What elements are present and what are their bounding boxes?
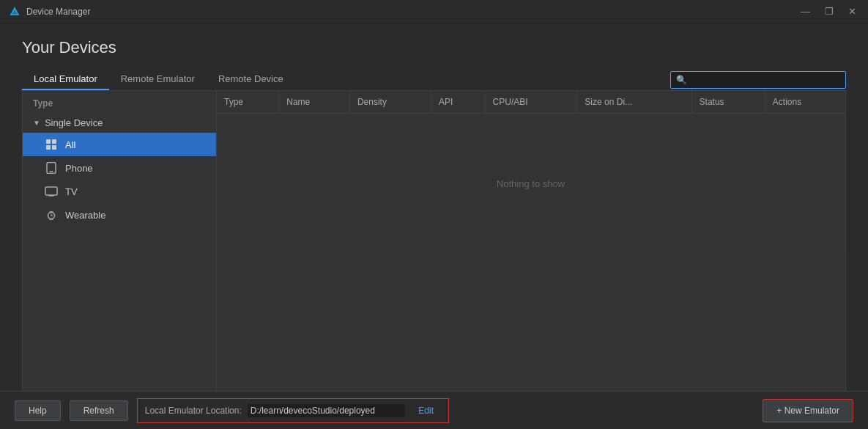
table-header-row: Type Name Density API CPU/ABI Size on Di… [217, 91, 845, 114]
title-bar-left: Device Manager [9, 6, 90, 18]
sidebar-type-header: Type [23, 91, 216, 113]
svg-rect-5 [52, 145, 56, 150]
svg-rect-2 [46, 139, 51, 144]
col-status: Status [691, 91, 765, 114]
watch-icon [45, 208, 58, 221]
svg-rect-4 [46, 145, 51, 150]
close-button[interactable]: ✕ [845, 4, 859, 18]
main-panel: Type Name Density API CPU/ABI Size on Di… [217, 91, 845, 397]
tab-bar: Local Emulator Remote Emulator Remote De… [22, 69, 295, 90]
title-bar-controls: — ❐ ✕ [798, 4, 859, 18]
help-button[interactable]: Help [15, 400, 61, 421]
svg-rect-8 [45, 187, 57, 195]
emulator-location-section: Local Emulator Location: Edit [137, 398, 449, 423]
sidebar-group-label-text: Single Device [45, 117, 103, 128]
phone-icon [45, 161, 58, 175]
sidebar-group-single-device[interactable]: ▼ Single Device [23, 113, 216, 133]
tab-remote-device[interactable]: Remote Device [207, 69, 295, 90]
main-content: Your Devices Local Emulator Remote Emula… [0, 23, 868, 398]
empty-message: Nothing to show [224, 120, 837, 248]
app-logo-icon [9, 6, 21, 18]
col-size: Size on Di... [577, 91, 691, 114]
edit-button[interactable]: Edit [411, 403, 441, 419]
col-api: API [431, 91, 486, 114]
col-type: Type [217, 91, 279, 114]
table-area: Type Name Density API CPU/ABI Size on Di… [217, 91, 845, 397]
sidebar-item-all-label: All [65, 139, 75, 150]
col-density: Density [349, 91, 431, 114]
sidebar-item-all[interactable]: All [23, 133, 216, 156]
devices-table: Type Name Density API CPU/ABI Size on Di… [217, 91, 845, 254]
search-wrap: 🔍 [670, 71, 846, 89]
search-input[interactable] [670, 71, 846, 89]
col-actions: Actions [765, 91, 845, 114]
minimize-button[interactable]: — [798, 4, 813, 18]
sidebar-item-phone-label: Phone [65, 163, 93, 174]
location-input[interactable] [248, 404, 406, 417]
bottom-bar: Help Refresh Local Emulator Location: Ed… [0, 391, 868, 429]
chevron-down-icon: ▼ [33, 119, 40, 127]
refresh-button[interactable]: Refresh [70, 400, 128, 421]
svg-rect-3 [52, 139, 56, 144]
empty-row: Nothing to show [217, 114, 845, 254]
search-icon: 🔍 [676, 75, 687, 85]
tab-remote-emulator[interactable]: Remote Emulator [109, 69, 207, 90]
tab-local-emulator[interactable]: Local Emulator [22, 69, 109, 90]
sidebar-item-tv[interactable]: TV [23, 180, 216, 203]
grid-icon [45, 138, 58, 151]
app-title: Device Manager [26, 7, 90, 17]
sidebar: Type ▼ Single Device All [23, 91, 217, 397]
new-emulator-button[interactable]: + New Emulator [763, 399, 853, 422]
sidebar-item-phone[interactable]: Phone [23, 156, 216, 180]
col-cpu: CPU/ABI [485, 91, 577, 114]
col-name: Name [279, 91, 350, 114]
sidebar-item-wearable-label: Wearable [65, 210, 105, 221]
sidebar-item-tv-label: TV [65, 186, 78, 197]
page-title: Your Devices [22, 38, 846, 57]
location-label: Local Emulator Location: [145, 406, 242, 416]
title-bar: Device Manager — ❐ ✕ [0, 0, 868, 23]
sidebar-item-wearable[interactable]: Wearable [23, 203, 216, 227]
tv-icon [45, 185, 58, 198]
content-area: Type ▼ Single Device All [22, 90, 846, 398]
maximize-button[interactable]: ❐ [822, 4, 837, 18]
tabs-search-row: Local Emulator Remote Emulator Remote De… [22, 69, 846, 90]
